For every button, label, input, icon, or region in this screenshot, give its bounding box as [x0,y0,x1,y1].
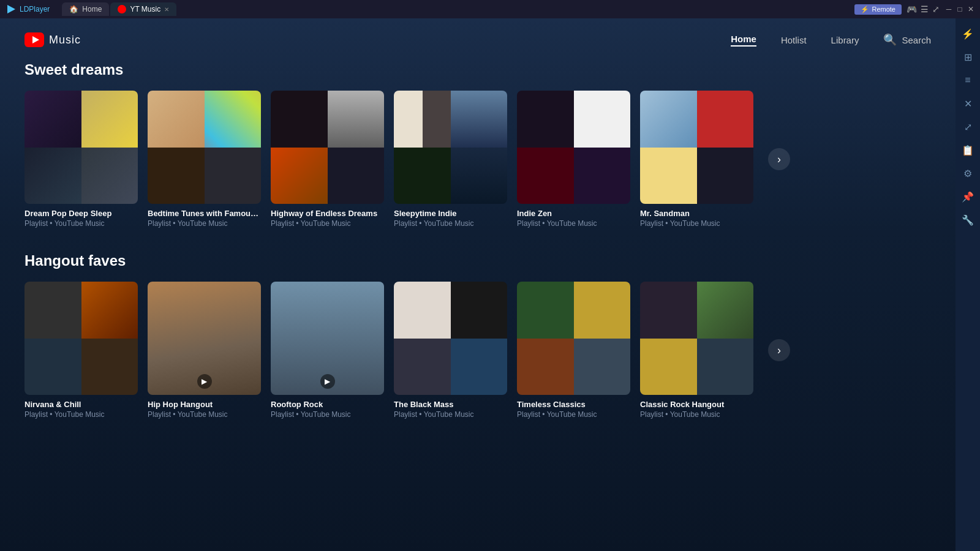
title-bar-icons: 🎮 ☰ ⤢ [907,4,940,14]
card-hiphop-hangout[interactable]: ▶ Hip Hop Hangout Playlist • YouTube Mus… [148,282,261,419]
card-black-mass[interactable]: The Black Mass Playlist • YouTube Music [394,282,507,419]
tile-4 [205,148,262,204]
tile-3 [271,148,328,204]
sleepytime-cover [394,91,507,204]
yt-music-tab[interactable]: YT Music ✕ [110,2,176,16]
sidebar-icon-1[interactable]: ⚡ [959,24,977,43]
top-nav: Music Home Hotlist Library 🔍 Search [0,18,956,61]
expand-icon[interactable]: ⤢ [932,4,940,14]
card-rooftop-rock[interactable]: ▶ Rooftop Rock Playlist • YouTube Music [271,282,384,419]
hangout-faves-cards: Nirvana & Chill Playlist • YouTube Music… [24,282,931,419]
timeless-cover [517,282,630,395]
home-tab[interactable]: 🏠 Home [62,2,109,16]
card-dream-pop[interactable]: Dream Pop Deep Sleep Playlist • YouTube … [24,91,138,228]
card-mr-sandman[interactable]: Mr. Sandman Playlist • YouTube Music [640,91,753,228]
tile-3 [640,148,697,204]
minimize-button[interactable]: ─ [944,5,953,13]
home-tab-label: Home [82,5,102,13]
search-area[interactable]: 🔍 Search [883,33,931,47]
black-mass-subtitle: Playlist • YouTube Music [394,410,507,419]
card-indie-zen[interactable]: Indie Zen Playlist • YouTube Music [517,91,630,228]
yt-tab-icon [118,5,126,13]
tile-2 [697,282,754,339]
tile-3 [24,148,81,204]
sweet-dreams-title: Sweet dreams [24,61,931,78]
dream-pop-cover [24,91,138,204]
tile-1 [640,91,697,148]
card-highway[interactable]: Highway of Endless Dreams Playlist • You… [271,91,384,228]
tab-close-icon[interactable]: ✕ [164,6,169,13]
mr-sandman-cover [640,91,753,204]
brand-text: Music [49,34,81,47]
ldplayer-logo: LDPlayer [5,3,50,15]
tile-3 [640,339,697,395]
title-bar-right: ⚡ Remote 🎮 ☰ ⤢ ─ □ ✕ [854,4,975,15]
nav-hotlist[interactable]: Hotlist [781,35,807,45]
dream-pop-subtitle: Playlist • YouTube Music [24,219,138,228]
highway-cover [271,91,384,204]
hiphop-cover: ▶ [148,282,261,395]
indie-zen-subtitle: Playlist • YouTube Music [517,219,630,228]
rooftop-subtitle: Playlist • YouTube Music [271,410,384,419]
tile-2 [205,91,262,148]
sidebar-icon-3[interactable]: ≡ [959,71,977,89]
tile-1 [24,282,81,339]
sidebar-icon-6[interactable]: 📋 [959,141,977,159]
sidebar-icon-8[interactable]: 📌 [959,187,977,206]
maximize-button[interactable]: □ [956,5,964,13]
right-sidebar: ⚡ ⊞ ≡ ✕ ⤢ 📋 ⚙ 📌 🔧 [956,18,980,551]
indie-zen-cover [517,91,630,204]
tile-4 [574,148,631,204]
youtube-logo [24,32,44,47]
bedtime-cover [148,91,261,204]
window-controls: ─ □ ✕ [944,5,975,13]
rooftop-title: Rooftop Rock [271,400,384,409]
remote-button[interactable]: ⚡ Remote [854,4,902,15]
sidebar-icon-5[interactable]: ⤢ [959,118,977,136]
sidebar-icon-9[interactable]: 🔧 [959,211,977,229]
card-sleepytime[interactable]: Sleepytime Indie Playlist • YouTube Musi… [394,91,507,228]
tile-1 [517,91,574,148]
brand: Music [24,32,81,47]
nav-home[interactable]: Home [731,34,756,47]
tile-1 [394,91,451,148]
classic-rock-cover [640,282,753,395]
title-bar: LDPlayer 🏠 Home YT Music ✕ ⚡ Remote 🎮 ☰ … [0,0,980,18]
tile-2 [328,91,385,148]
sidebar-icon-2[interactable]: ⊞ [959,48,977,66]
menu-icon[interactable]: ☰ [921,4,929,14]
tile-2 [451,91,508,148]
tile-2 [81,91,138,148]
hangout-faves-title: Hangout faves [24,252,931,269]
tile-1 [148,91,205,148]
sweet-dreams-next-arrow[interactable]: › [768,148,790,170]
timeless-subtitle: Playlist • YouTube Music [517,410,630,419]
tile-4 [574,339,631,395]
tile-2 [451,282,508,339]
card-timeless-classics[interactable]: Timeless Classics Playlist • YouTube Mus… [517,282,630,419]
card-nirvana-chill[interactable]: Nirvana & Chill Playlist • YouTube Music [24,282,138,419]
sleepytime-title: Sleepytime Indie [394,209,507,218]
bedtime-title: Bedtime Tunes with Famous Friends [148,209,261,218]
card-classic-rock[interactable]: Classic Rock Hangout Playlist • YouTube … [640,282,753,419]
hangout-next-arrow[interactable]: › [768,339,790,361]
bedtime-subtitle: Playlist • YouTube Music [148,219,261,228]
nirvana-cover [24,282,138,395]
tile-3 [148,148,205,204]
tile-4 [697,148,754,204]
nav-library[interactable]: Library [831,35,859,45]
tile-2 [574,91,631,148]
card-bedtime-tunes[interactable]: Bedtime Tunes with Famous Friends Playli… [148,91,261,228]
tile-1 [24,91,81,148]
controller-icon[interactable]: 🎮 [907,4,917,14]
sidebar-icon-7[interactable]: ⚙ [959,164,977,182]
rooftop-cover: ▶ [271,282,384,395]
search-label: Search [902,35,931,45]
sidebar-icon-4[interactable]: ✕ [959,94,977,113]
close-button[interactable]: ✕ [967,5,975,13]
classic-rock-title: Classic Rock Hangout [640,400,753,409]
sweet-dreams-cards: Dream Pop Deep Sleep Playlist • YouTube … [24,91,931,228]
nirvana-subtitle: Playlist • YouTube Music [24,410,138,419]
dream-pop-title: Dream Pop Deep Sleep [24,209,138,218]
indie-zen-title: Indie Zen [517,209,630,218]
